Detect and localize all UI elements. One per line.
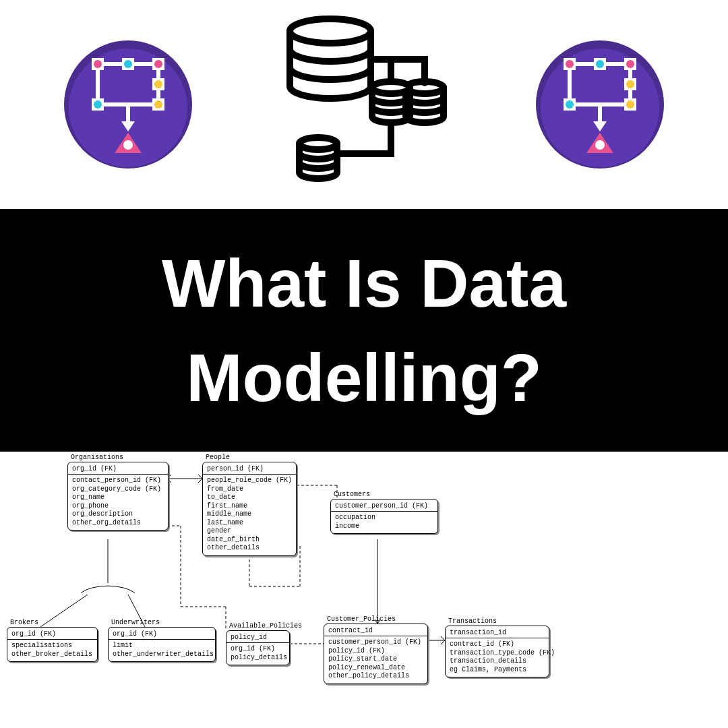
svg-point-12	[154, 80, 162, 88]
entity-field: policy_details	[231, 654, 285, 663]
entity-brokers: Brokers org_id (FK) specialisationsother…	[7, 627, 98, 662]
entity-title: Underwriters	[111, 619, 160, 626]
svg-point-14	[154, 100, 162, 109]
entity-fields: customer_person_id (FK)policy_id (FK)pol…	[324, 636, 427, 684]
entity-pk: transaction_id	[446, 626, 549, 638]
entity-field: other_org_details	[72, 519, 164, 528]
flowchart-badge-right	[533, 37, 667, 172]
entity-people: People person_id (FK) people_role_code (…	[202, 462, 297, 556]
entity-field: people_role_code (FK)	[207, 477, 292, 485]
entity-field: contract_id (FK)	[450, 640, 545, 649]
database-network-icon	[263, 12, 465, 197]
entity-field: other_details	[207, 544, 292, 553]
entity-field: occupation	[335, 514, 433, 522]
entity-field: first_name	[207, 502, 292, 511]
entity-field: transaction_type_code (FK)	[450, 649, 545, 658]
entity-field: income	[335, 522, 433, 531]
entity-title: People	[206, 454, 230, 461]
title-band: What Is Data Modelling?	[0, 209, 728, 452]
entity-pk: org_id (FK)	[68, 462, 168, 475]
svg-point-37	[626, 100, 634, 109]
entity-fields: limitother_underwriter_details	[109, 640, 215, 661]
entity-customers: Customers customer_person_id (FK) occupa…	[330, 499, 438, 534]
entity-title: Customer_Policies	[327, 615, 396, 623]
entity-field: org_category_code (FK)	[72, 485, 164, 494]
entity-field: other_broker_details	[11, 650, 93, 659]
entity-field: org_description	[72, 510, 164, 519]
svg-line-47	[40, 595, 88, 627]
entity-field: contact_person_id (FK)	[72, 477, 164, 485]
entity-field: policy_start_date	[328, 655, 423, 664]
entity-underwriters: Underwriters org_id (FK) limitother_unde…	[108, 627, 216, 662]
svg-point-22	[299, 138, 337, 150]
entity-field: eg Claims, Payments	[450, 666, 545, 675]
entity-pk: customer_person_id (FK)	[331, 499, 437, 512]
entity-field: policy_renewal_date	[328, 664, 423, 673]
entity-field: limit	[113, 642, 211, 650]
entity-title: Organisations	[71, 454, 123, 461]
svg-point-31	[626, 60, 634, 68]
entity-field: org_name	[72, 493, 164, 502]
entity-field: org_phone	[72, 502, 164, 511]
entity-field: transaction_details	[450, 657, 545, 666]
svg-point-33	[566, 100, 574, 109]
top-icon-band	[0, 0, 728, 209]
entity-field: specialisations	[11, 642, 93, 650]
svg-point-29	[596, 60, 604, 68]
svg-point-4	[94, 60, 102, 68]
entity-title: Customers	[334, 491, 370, 498]
entity-customer-policies: Customer_Policies contract_id customer_p…	[324, 624, 428, 684]
entity-pk: person_id (FK)	[203, 462, 296, 475]
entity-field: org_id (FK)	[231, 645, 285, 654]
entity-pk: policy_id	[226, 631, 289, 643]
svg-point-6	[124, 60, 132, 68]
entity-pk: org_id (FK)	[109, 628, 215, 640]
entity-fields: contract_id (FK)transaction_type_code (F…	[446, 638, 549, 677]
svg-point-10	[94, 100, 102, 109]
entity-fields: occupationincome	[331, 512, 437, 533]
entity-available-policies: Available_Policies policy_id org_id (FK)…	[226, 630, 290, 665]
entity-field: other_policy_details	[328, 672, 423, 681]
entity-fields: people_role_code (FK)from_dateto_datefir…	[203, 475, 296, 555]
entity-fields: specialisationsother_broker_details	[7, 640, 97, 661]
entity-title: Brokers	[10, 619, 38, 626]
entity-field: policy_id (FK)	[328, 647, 423, 656]
entity-title: Available_Policies	[229, 622, 302, 630]
entity-field: customer_person_id (FK)	[328, 638, 423, 647]
entity-fields: org_id (FK)policy_details	[226, 643, 289, 665]
entity-field: other_underwriter_details	[113, 650, 211, 659]
entity-pk: org_id (FK)	[7, 628, 97, 640]
svg-point-19	[290, 19, 371, 43]
svg-point-27	[566, 60, 574, 68]
entity-pk: contract_id	[324, 624, 427, 636]
page-title: What Is Data Modelling?	[13, 236, 715, 425]
entity-field: date_of_birth	[207, 536, 292, 545]
svg-point-21	[372, 82, 410, 94]
entity-field: middle_name	[207, 510, 292, 519]
entity-title: Transactions	[448, 617, 497, 625]
entity-field: to_date	[207, 493, 292, 502]
svg-point-18	[123, 140, 133, 150]
entity-field: last_name	[207, 519, 292, 528]
entity-fields: contact_person_id (FK)org_category_code …	[68, 475, 168, 530]
svg-point-8	[154, 60, 162, 68]
svg-point-41	[595, 140, 605, 150]
entity-transactions: Transactions transaction_id contract_id …	[445, 626, 549, 677]
svg-point-35	[626, 80, 634, 88]
flowchart-badge-left	[61, 37, 195, 172]
entity-field: from_date	[207, 485, 292, 494]
er-diagram: Organisations org_id (FK) contact_person…	[0, 452, 728, 728]
entity-organisations: Organisations org_id (FK) contact_person…	[67, 462, 169, 530]
entity-field: gender	[207, 527, 292, 536]
